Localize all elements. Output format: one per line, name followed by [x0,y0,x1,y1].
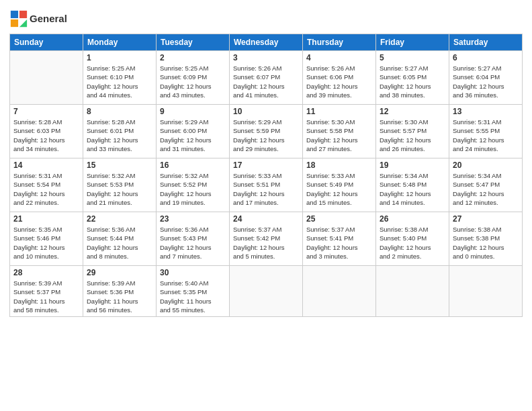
day-info: Sunrise: 5:38 AM Sunset: 5:40 PM Dayligh… [380,225,445,261]
calendar-week-4: 21Sunrise: 5:35 AM Sunset: 5:46 PM Dayli… [10,212,523,266]
calendar-cell: 6Sunrise: 5:27 AM Sunset: 6:04 PM Daylig… [449,51,523,105]
day-info: Sunrise: 5:37 AM Sunset: 5:41 PM Dayligh… [306,225,372,261]
calendar-cell: 26Sunrise: 5:38 AM Sunset: 5:40 PM Dayli… [376,212,449,266]
day-info: Sunrise: 5:27 AM Sunset: 6:05 PM Dayligh… [380,64,445,99]
day-info: Sunrise: 5:29 AM Sunset: 6:00 PM Dayligh… [160,118,226,153]
calendar-body: 1Sunrise: 5:25 AM Sunset: 6:10 PM Daylig… [10,51,523,317]
calendar-table: SundayMondayTuesdayWednesdayThursdayFrid… [9,34,523,317]
day-info: Sunrise: 5:33 AM Sunset: 5:49 PM Dayligh… [306,171,372,207]
calendar-cell: 7Sunrise: 5:28 AM Sunset: 6:03 PM Daylig… [10,105,83,158]
day-info: Sunrise: 5:29 AM Sunset: 5:59 PM Dayligh… [233,118,299,153]
calendar-cell [230,266,303,317]
day-number: 9 [160,107,226,116]
day-number: 21 [13,214,79,224]
day-number: 29 [87,268,152,277]
day-info: Sunrise: 5:31 AM Sunset: 5:54 PM Dayligh… [13,171,79,207]
calendar-cell: 2Sunrise: 5:25 AM Sunset: 6:09 PM Daylig… [157,51,230,105]
day-info: Sunrise: 5:26 AM Sunset: 6:07 PM Dayligh… [233,64,299,99]
day-info: Sunrise: 5:30 AM Sunset: 5:57 PM Dayligh… [380,118,445,153]
calendar-cell: 20Sunrise: 5:34 AM Sunset: 5:47 PM Dayli… [449,158,523,212]
day-number: 23 [160,214,226,224]
calendar-cell: 18Sunrise: 5:33 AM Sunset: 5:49 PM Dayli… [303,158,376,212]
day-info: Sunrise: 5:25 AM Sunset: 6:09 PM Dayligh… [160,64,226,99]
day-number: 20 [453,161,519,170]
column-header-tuesday: Tuesday [157,34,230,51]
column-header-sunday: Sunday [10,34,83,51]
column-header-friday: Friday [376,34,449,51]
calendar-cell: 11Sunrise: 5:30 AM Sunset: 5:58 PM Dayli… [303,105,376,158]
day-number: 4 [306,53,372,62]
svg-marker-3 [19,19,27,27]
calendar-cell: 28Sunrise: 5:39 AM Sunset: 5:37 PM Dayli… [10,266,83,317]
calendar-cell: 8Sunrise: 5:28 AM Sunset: 6:01 PM Daylig… [83,105,157,158]
calendar-cell: 5Sunrise: 5:27 AM Sunset: 6:05 PM Daylig… [376,51,449,105]
day-info: Sunrise: 5:28 AM Sunset: 6:03 PM Dayligh… [13,118,79,153]
calendar-cell: 14Sunrise: 5:31 AM Sunset: 5:54 PM Dayli… [10,158,83,212]
calendar-cell: 27Sunrise: 5:38 AM Sunset: 5:38 PM Dayli… [449,212,523,266]
calendar-cell: 25Sunrise: 5:37 AM Sunset: 5:41 PM Dayli… [303,212,376,266]
day-number: 3 [233,53,299,62]
day-number: 13 [453,107,519,116]
day-info: Sunrise: 5:28 AM Sunset: 6:01 PM Dayligh… [87,118,152,153]
day-number: 6 [453,53,519,62]
day-info: Sunrise: 5:38 AM Sunset: 5:38 PM Dayligh… [453,225,519,261]
calendar-cell: 21Sunrise: 5:35 AM Sunset: 5:46 PM Dayli… [10,212,83,266]
day-info: Sunrise: 5:32 AM Sunset: 5:52 PM Dayligh… [160,171,226,207]
day-number: 17 [233,161,299,170]
calendar-cell: 3Sunrise: 5:26 AM Sunset: 6:07 PM Daylig… [230,51,303,105]
day-number: 1 [87,53,152,62]
day-number: 30 [160,268,226,277]
day-info: Sunrise: 5:26 AM Sunset: 6:06 PM Dayligh… [306,64,372,99]
day-number: 19 [380,161,445,170]
day-number: 5 [380,53,445,62]
day-number: 28 [13,268,79,277]
calendar-cell: 24Sunrise: 5:37 AM Sunset: 5:42 PM Dayli… [230,212,303,266]
day-info: Sunrise: 5:34 AM Sunset: 5:47 PM Dayligh… [453,171,519,207]
day-info: Sunrise: 5:39 AM Sunset: 5:37 PM Dayligh… [13,279,79,314]
day-number: 27 [453,214,519,224]
day-number: 15 [87,161,152,170]
calendar-cell: 17Sunrise: 5:33 AM Sunset: 5:51 PM Dayli… [230,158,303,212]
logo-text: General [30,13,67,25]
svg-rect-1 [19,11,27,18]
day-info: Sunrise: 5:30 AM Sunset: 5:58 PM Dayligh… [306,118,372,153]
day-number: 26 [380,214,445,224]
calendar-cell: 15Sunrise: 5:32 AM Sunset: 5:53 PM Dayli… [83,158,157,212]
day-number: 11 [306,107,372,116]
calendar-cell: 22Sunrise: 5:36 AM Sunset: 5:44 PM Dayli… [83,212,157,266]
day-number: 10 [233,107,299,116]
day-number: 22 [87,214,152,224]
page: General SundayMondayTuesdayWednesdayThur… [0,0,532,411]
column-header-saturday: Saturday [449,34,523,51]
calendar-week-5: 28Sunrise: 5:39 AM Sunset: 5:37 PM Dayli… [10,266,523,317]
svg-rect-0 [11,11,18,18]
calendar-header-row: SundayMondayTuesdayWednesdayThursdayFrid… [10,34,523,51]
calendar-cell [10,51,83,105]
day-info: Sunrise: 5:35 AM Sunset: 5:46 PM Dayligh… [13,225,79,261]
day-info: Sunrise: 5:34 AM Sunset: 5:48 PM Dayligh… [380,171,445,207]
column-header-wednesday: Wednesday [230,34,303,51]
day-number: 8 [87,107,152,116]
day-number: 25 [306,214,372,224]
calendar-cell: 10Sunrise: 5:29 AM Sunset: 5:59 PM Dayli… [230,105,303,158]
day-info: Sunrise: 5:31 AM Sunset: 5:55 PM Dayligh… [453,118,519,153]
day-info: Sunrise: 5:36 AM Sunset: 5:43 PM Dayligh… [160,225,226,261]
day-info: Sunrise: 5:37 AM Sunset: 5:42 PM Dayligh… [233,225,299,261]
column-header-monday: Monday [83,34,157,51]
day-info: Sunrise: 5:27 AM Sunset: 6:04 PM Dayligh… [453,64,519,99]
day-number: 7 [13,107,79,116]
day-number: 24 [233,214,299,224]
logo: General [9,9,67,28]
calendar-cell: 19Sunrise: 5:34 AM Sunset: 5:48 PM Dayli… [376,158,449,212]
calendar-cell [449,266,523,317]
calendar-cell [376,266,449,317]
calendar-cell: 23Sunrise: 5:36 AM Sunset: 5:43 PM Dayli… [157,212,230,266]
day-number: 16 [160,161,226,170]
column-header-thursday: Thursday [303,34,376,51]
day-info: Sunrise: 5:36 AM Sunset: 5:44 PM Dayligh… [87,225,152,261]
day-info: Sunrise: 5:40 AM Sunset: 5:35 PM Dayligh… [160,279,226,314]
calendar-cell: 4Sunrise: 5:26 AM Sunset: 6:06 PM Daylig… [303,51,376,105]
day-number: 2 [160,53,226,62]
logo-icon [9,9,28,28]
calendar-cell: 1Sunrise: 5:25 AM Sunset: 6:10 PM Daylig… [83,51,157,105]
